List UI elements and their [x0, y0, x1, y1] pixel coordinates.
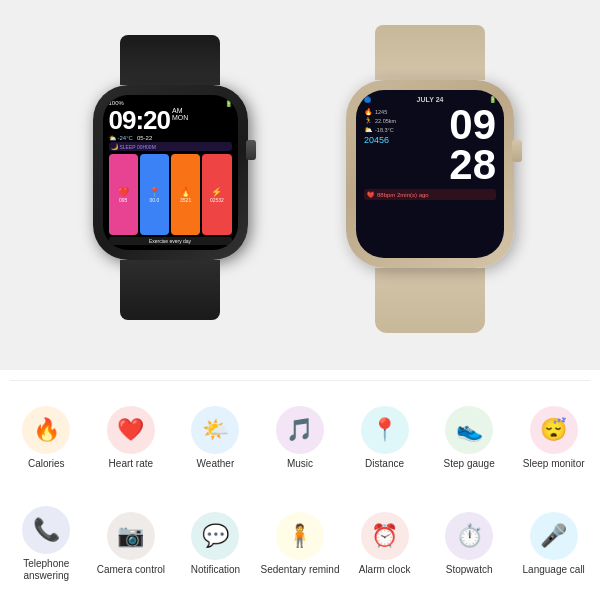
feature-label-10: Sedentary remind [261, 564, 340, 576]
right-time-beige: 09 28 [449, 106, 496, 186]
feature-icon-11: ⏰ [361, 512, 409, 560]
feature-label-9: Notification [191, 564, 240, 576]
feature-item-notification: 💬Notification [174, 492, 257, 596]
stats-beige: 🔥 1245 🏃 22.05km ⛅ -18.3°C [364, 108, 449, 134]
feature-item-step-gauge: 👟Step gauge [428, 386, 511, 490]
watch-container: 100% 🔋 09:20 AM MON ⛅ -24°C 05-22 [50, 15, 550, 355]
body-black: 100% 🔋 09:20 AM MON ⛅ -24°C 05-22 [93, 85, 248, 260]
battery-icon-black: 🔋 [225, 100, 232, 107]
crown-beige [512, 140, 522, 162]
stat1-black: 095 [119, 197, 127, 203]
cell-map: 📍 00.0 [140, 154, 169, 235]
feature-icon-10: 🧍 [276, 512, 324, 560]
sleep-row-black: 🌙 SLEEP 00H00M [109, 142, 232, 151]
date-black: 05-22 [137, 135, 152, 141]
feature-item-heart-rate: ❤️Heart rate [90, 386, 173, 490]
big-time-min: 28 [449, 144, 496, 186]
stat2-beige: 22.05km [375, 118, 396, 124]
fire-icon: 🔥 [180, 187, 191, 197]
stat3-black: 3521 [180, 197, 191, 203]
stat2-row: 🏃 22.05km [364, 117, 449, 125]
screen-beige: 🔵 JULY 24 🔋 🔥 1245 [356, 90, 504, 258]
stat2-black: 00.0 [150, 197, 160, 203]
day-black: MON [172, 114, 188, 121]
features-section: 🔥Calories❤️Heart rate🌤️Weather🎵Music📍Dis… [0, 370, 600, 600]
time-black: 09:20 [109, 107, 171, 133]
watch-black: 100% 🔋 09:20 AM MON ⛅ -24°C 05-22 [80, 35, 260, 345]
heart-row-beige: ❤️ 88bpm 2min(s) ago [364, 189, 496, 200]
flame-icon-beige: 🔥 [364, 108, 373, 116]
feature-label-6: Sleep monitor [523, 458, 585, 470]
feature-icon-9: 💬 [191, 512, 239, 560]
feature-label-4: Distance [365, 458, 404, 470]
body-beige: 🔵 JULY 24 🔋 🔥 1245 [346, 80, 514, 268]
feature-item-telephone-answering: 📞Telephone answering [5, 492, 88, 596]
feature-icon-0: 🔥 [22, 406, 70, 454]
band-bottom-beige [375, 268, 485, 333]
watch-section: 100% 🔋 09:20 AM MON ⛅ -24°C 05-22 [0, 0, 600, 370]
weather-icon-black: ⛅ [109, 134, 116, 141]
stat4-black: 02532 [210, 197, 224, 203]
heart-text-beige: 88bpm 2min(s) ago [377, 192, 429, 198]
feature-label-7: Telephone answering [5, 558, 88, 582]
cell-warn: ⚡ 02532 [202, 154, 231, 235]
stat3-row: ⛅ -18.3°C [364, 126, 449, 134]
feature-icon-12: ⏱️ [445, 512, 493, 560]
cell-fire: 🔥 3521 [171, 154, 200, 235]
feature-icon-5: 👟 [445, 406, 493, 454]
band-bottom-black [120, 260, 220, 320]
watch-beige: 🔵 JULY 24 🔋 🔥 1245 [330, 25, 530, 345]
band-top-beige [375, 25, 485, 80]
feature-label-1: Heart rate [109, 458, 153, 470]
feature-icon-8: 📷 [107, 512, 155, 560]
feature-icon-2: 🌤️ [191, 406, 239, 454]
moon-icon: 🌙 [111, 143, 118, 150]
feature-label-5: Step gauge [444, 458, 495, 470]
feature-label-12: Stopwatch [446, 564, 493, 576]
left-stats-beige: 🔥 1245 🏃 22.05km ⛅ -18.3°C [364, 106, 449, 186]
weather-row-black: ⛅ -24°C 05-22 [109, 134, 232, 141]
divider [10, 380, 590, 381]
feature-icon-3: 🎵 [276, 406, 324, 454]
feature-label-11: Alarm clock [359, 564, 411, 576]
feature-item-sedentary-remind: 🧍Sedentary remind [259, 492, 342, 596]
crown-black [246, 140, 256, 160]
band-top-black [120, 35, 220, 85]
cell-heart: ❤️ 095 [109, 154, 138, 235]
cloud-icon-beige: ⛅ [364, 126, 373, 134]
run-icon-beige: 🏃 [364, 117, 373, 125]
feature-label-2: Weather [197, 458, 235, 470]
heart-icon: ❤️ [118, 187, 129, 197]
feature-label-13: Language call [523, 564, 585, 576]
feature-icon-13: 🎤 [530, 512, 578, 560]
screen-black: 100% 🔋 09:20 AM MON ⛅ -24°C 05-22 [103, 95, 238, 250]
time-sub-black: AM MON [172, 107, 188, 121]
feature-icon-4: 📍 [361, 406, 409, 454]
stat3-beige: -18.3°C [375, 127, 394, 133]
feature-item-distance: 📍Distance [343, 386, 426, 490]
feature-icon-6: 😴 [530, 406, 578, 454]
bottom-text-black: Exercise every day [109, 237, 232, 245]
warn-icon: ⚡ [211, 187, 222, 197]
feature-item-language-call: 🎤Language call [512, 492, 595, 596]
feature-label-0: Calories [28, 458, 65, 470]
features-grid: 🔥Calories❤️Heart rate🌤️Weather🎵Music📍Dis… [5, 386, 595, 596]
temp-black: -24°C [118, 135, 133, 141]
icons-grid-black: ❤️ 095 📍 00.0 🔥 3521 ⚡ [109, 154, 232, 235]
feature-item-sleep-monitor: 😴Sleep monitor [512, 386, 595, 490]
big-time-hour: 09 [449, 104, 496, 146]
feature-item-alarm-clock: ⏰Alarm clock [343, 492, 426, 596]
date-beige: JULY 24 [417, 96, 444, 103]
heart-icon-beige: ❤️ [367, 191, 374, 198]
main-content-beige: 🔥 1245 🏃 22.05km ⛅ -18.3°C [364, 106, 496, 186]
ampm-black: AM [172, 107, 183, 114]
feature-item-calories: 🔥Calories [5, 386, 88, 490]
steps-beige: 20456 [364, 135, 449, 145]
feature-item-music: 🎵Music [259, 386, 342, 490]
time-row-black: 09:20 AM MON [109, 107, 232, 133]
feature-icon-7: 📞 [22, 506, 70, 554]
bt-icon: 🔵 [364, 96, 371, 103]
map-icon: 📍 [149, 187, 160, 197]
feature-label-8: Camera control [97, 564, 165, 576]
stat1-beige: 1245 [375, 109, 387, 115]
